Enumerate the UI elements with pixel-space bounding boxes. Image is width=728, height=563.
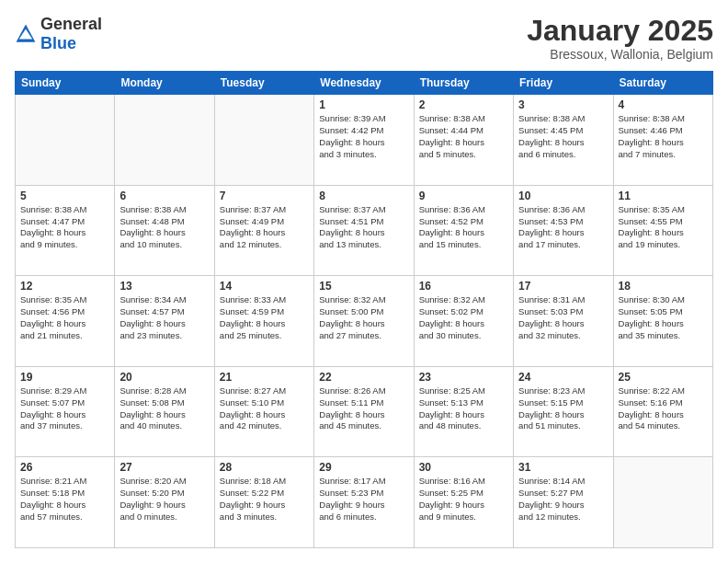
- day-number: 15: [319, 280, 408, 293]
- calendar-subtitle: Bressoux, Wallonia, Belgium: [527, 47, 713, 62]
- col-sunday: Sunday: [16, 72, 115, 95]
- calendar-cell: 14Sunrise: 8:33 AM Sunset: 4:59 PM Dayli…: [214, 276, 313, 367]
- page: General Blue January 2025 Bressoux, Wall…: [0, 0, 728, 563]
- calendar-cell: 17Sunrise: 8:31 AM Sunset: 5:03 PM Dayli…: [514, 276, 613, 367]
- calendar-title: January 2025: [527, 15, 713, 47]
- day-number: 28: [220, 461, 309, 474]
- day-info: Sunrise: 8:17 AM Sunset: 5:23 PM Dayligh…: [319, 476, 408, 523]
- day-number: 29: [319, 461, 408, 474]
- day-info: Sunrise: 8:36 AM Sunset: 4:53 PM Dayligh…: [518, 204, 608, 251]
- day-info: Sunrise: 8:38 AM Sunset: 4:44 PM Dayligh…: [419, 113, 508, 160]
- col-thursday: Thursday: [414, 72, 513, 95]
- day-number: 16: [419, 280, 508, 293]
- calendar-cell: 4Sunrise: 8:38 AM Sunset: 4:46 PM Daylig…: [613, 95, 712, 186]
- day-info: Sunrise: 8:21 AM Sunset: 5:18 PM Dayligh…: [20, 476, 109, 523]
- day-info: Sunrise: 8:31 AM Sunset: 5:03 PM Dayligh…: [518, 294, 608, 341]
- day-number: 10: [518, 190, 608, 202]
- calendar-cell: 16Sunrise: 8:32 AM Sunset: 5:02 PM Dayli…: [414, 276, 513, 367]
- day-number: 6: [119, 190, 209, 202]
- calendar-cell: [16, 95, 115, 186]
- day-info: Sunrise: 8:27 AM Sunset: 5:10 PM Dayligh…: [220, 385, 309, 432]
- day-info: Sunrise: 8:20 AM Sunset: 5:20 PM Dayligh…: [119, 476, 209, 523]
- calendar-cell: 13Sunrise: 8:34 AM Sunset: 4:57 PM Dayli…: [115, 276, 214, 367]
- calendar-cell: 27Sunrise: 8:20 AM Sunset: 5:20 PM Dayli…: [115, 457, 214, 548]
- day-number: 7: [220, 190, 309, 202]
- calendar-cell: 24Sunrise: 8:23 AM Sunset: 5:15 PM Dayli…: [514, 366, 613, 457]
- day-number: 9: [419, 190, 508, 202]
- calendar-cell: 19Sunrise: 8:29 AM Sunset: 5:07 PM Dayli…: [16, 366, 115, 457]
- day-info: Sunrise: 8:26 AM Sunset: 5:11 PM Dayligh…: [319, 385, 408, 432]
- calendar-week-4: 26Sunrise: 8:21 AM Sunset: 5:18 PM Dayli…: [16, 457, 713, 548]
- day-number: 21: [220, 371, 309, 384]
- calendar-cell: 1Sunrise: 8:39 AM Sunset: 4:42 PM Daylig…: [314, 95, 414, 186]
- day-number: 17: [518, 280, 608, 293]
- day-number: 30: [419, 461, 508, 474]
- col-wednesday: Wednesday: [314, 72, 414, 95]
- calendar-cell: 20Sunrise: 8:28 AM Sunset: 5:08 PM Dayli…: [115, 366, 214, 457]
- title-block: January 2025 Bressoux, Wallonia, Belgium: [527, 15, 713, 62]
- calendar-cell: 11Sunrise: 8:35 AM Sunset: 4:55 PM Dayli…: [613, 185, 712, 276]
- day-number: 19: [20, 371, 109, 384]
- calendar-cell: 23Sunrise: 8:25 AM Sunset: 5:13 PM Dayli…: [414, 366, 513, 457]
- logo-icon: [15, 23, 37, 45]
- logo-text: General Blue: [40, 15, 102, 53]
- col-tuesday: Tuesday: [214, 72, 313, 95]
- day-info: Sunrise: 8:30 AM Sunset: 5:05 PM Dayligh…: [619, 294, 708, 341]
- day-info: Sunrise: 8:32 AM Sunset: 5:00 PM Dayligh…: [319, 294, 408, 341]
- day-info: Sunrise: 8:37 AM Sunset: 4:51 PM Dayligh…: [319, 204, 408, 251]
- day-number: 3: [518, 98, 608, 111]
- day-info: Sunrise: 8:34 AM Sunset: 4:57 PM Dayligh…: [119, 294, 209, 341]
- day-number: 20: [119, 371, 209, 384]
- day-info: Sunrise: 8:32 AM Sunset: 5:02 PM Dayligh…: [419, 294, 508, 341]
- day-number: 26: [20, 461, 109, 474]
- day-number: 12: [20, 280, 109, 293]
- header: General Blue January 2025 Bressoux, Wall…: [15, 15, 713, 62]
- calendar-cell: 12Sunrise: 8:35 AM Sunset: 4:56 PM Dayli…: [16, 276, 115, 367]
- day-info: Sunrise: 8:38 AM Sunset: 4:45 PM Dayligh…: [518, 113, 608, 160]
- calendar-week-3: 19Sunrise: 8:29 AM Sunset: 5:07 PM Dayli…: [16, 366, 713, 457]
- day-info: Sunrise: 8:29 AM Sunset: 5:07 PM Dayligh…: [20, 385, 109, 432]
- header-row: Sunday Monday Tuesday Wednesday Thursday…: [16, 72, 713, 95]
- logo-general: General: [40, 15, 102, 33]
- day-info: Sunrise: 8:16 AM Sunset: 5:25 PM Dayligh…: [419, 476, 508, 523]
- calendar-week-2: 12Sunrise: 8:35 AM Sunset: 4:56 PM Dayli…: [16, 276, 713, 367]
- day-number: 24: [518, 371, 608, 384]
- logo: General Blue: [15, 15, 102, 53]
- day-number: 22: [319, 371, 408, 384]
- calendar-table: Sunday Monday Tuesday Wednesday Thursday…: [15, 71, 713, 548]
- calendar-cell: [613, 457, 712, 548]
- calendar-cell: 10Sunrise: 8:36 AM Sunset: 4:53 PM Dayli…: [514, 185, 613, 276]
- calendar-cell: 9Sunrise: 8:36 AM Sunset: 4:52 PM Daylig…: [414, 185, 513, 276]
- logo-blue: Blue: [40, 34, 76, 52]
- calendar-week-0: 1Sunrise: 8:39 AM Sunset: 4:42 PM Daylig…: [16, 95, 713, 186]
- day-number: 11: [619, 190, 708, 202]
- day-info: Sunrise: 8:28 AM Sunset: 5:08 PM Dayligh…: [119, 385, 209, 432]
- day-number: 1: [319, 98, 408, 111]
- calendar-cell: 22Sunrise: 8:26 AM Sunset: 5:11 PM Dayli…: [314, 366, 414, 457]
- day-info: Sunrise: 8:35 AM Sunset: 4:55 PM Dayligh…: [619, 204, 708, 251]
- day-info: Sunrise: 8:14 AM Sunset: 5:27 PM Dayligh…: [518, 476, 608, 523]
- day-number: 13: [119, 280, 209, 293]
- day-number: 23: [419, 371, 508, 384]
- calendar-cell: 21Sunrise: 8:27 AM Sunset: 5:10 PM Dayli…: [214, 366, 313, 457]
- day-number: 18: [619, 280, 708, 293]
- day-info: Sunrise: 8:35 AM Sunset: 4:56 PM Dayligh…: [20, 294, 109, 341]
- calendar-cell: [115, 95, 214, 186]
- day-info: Sunrise: 8:33 AM Sunset: 4:59 PM Dayligh…: [220, 294, 309, 341]
- day-info: Sunrise: 8:18 AM Sunset: 5:22 PM Dayligh…: [220, 476, 309, 523]
- calendar-cell: 25Sunrise: 8:22 AM Sunset: 5:16 PM Dayli…: [613, 366, 712, 457]
- calendar-cell: 29Sunrise: 8:17 AM Sunset: 5:23 PM Dayli…: [314, 457, 414, 548]
- day-info: Sunrise: 8:22 AM Sunset: 5:16 PM Dayligh…: [619, 385, 708, 432]
- day-number: 4: [619, 98, 708, 111]
- calendar-cell: 8Sunrise: 8:37 AM Sunset: 4:51 PM Daylig…: [314, 185, 414, 276]
- day-info: Sunrise: 8:25 AM Sunset: 5:13 PM Dayligh…: [419, 385, 508, 432]
- calendar-cell: 18Sunrise: 8:30 AM Sunset: 5:05 PM Dayli…: [613, 276, 712, 367]
- day-info: Sunrise: 8:36 AM Sunset: 4:52 PM Dayligh…: [419, 204, 508, 251]
- day-number: 27: [119, 461, 209, 474]
- day-info: Sunrise: 8:38 AM Sunset: 4:48 PM Dayligh…: [119, 204, 209, 251]
- col-friday: Friday: [514, 72, 613, 95]
- calendar-cell: 28Sunrise: 8:18 AM Sunset: 5:22 PM Dayli…: [214, 457, 313, 548]
- day-number: 25: [619, 371, 708, 384]
- calendar-cell: [214, 95, 313, 186]
- day-number: 31: [518, 461, 608, 474]
